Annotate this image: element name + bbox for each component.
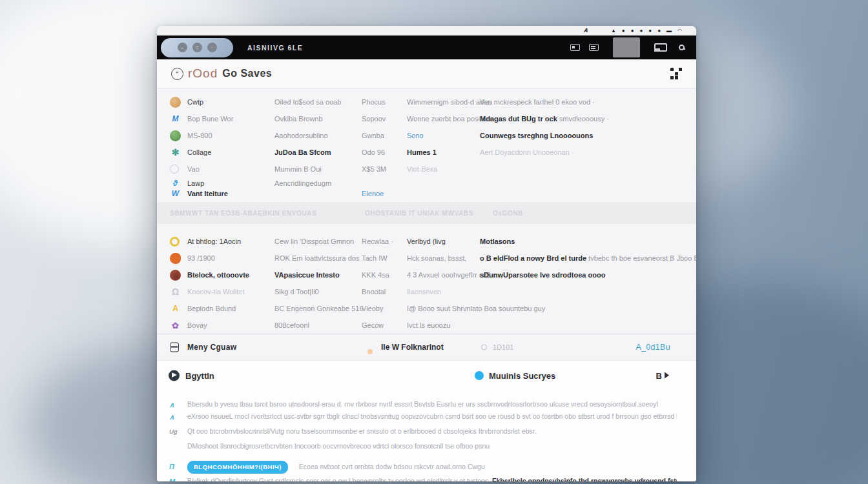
item-meta: Recwlaa · xyxy=(362,237,407,245)
dot-icon[interactable]: ● xyxy=(657,28,661,34)
zoom-button[interactable]: · xyxy=(207,43,217,52)
share-left-label[interactable]: Bgyttln xyxy=(185,370,214,380)
item-detail: Aaohodorsublino xyxy=(274,132,362,139)
list-item[interactable]: Btelock, ottooovte VApasiccue Intesto KK… xyxy=(157,267,696,283)
brand-name: rOod xyxy=(188,66,218,81)
ug-glyph-icon: Ug xyxy=(169,427,178,436)
dash-icon[interactable]: ▬ xyxy=(666,28,672,34)
item-name: Bovay xyxy=(187,321,274,329)
section-band: SBMWWT TAN EO3B-ABAEBKIN ENVOUAS OHOSTAN… xyxy=(157,202,696,224)
list-item[interactable]: ϑ Lawp Aencridlingedugm xyxy=(157,177,696,188)
list-item[interactable]: Cwtp Oiled lo$sod sa ooab Phocus Wimmern… xyxy=(157,94,696,110)
preview-thumbnail[interactable] xyxy=(613,37,640,57)
item-meta: X$5 3M xyxy=(362,165,407,173)
highlight-pill[interactable]: BLQHCOMHŌHHIM?І(ВНІЧ) xyxy=(187,461,288,474)
app-header: " rOod Go Saves xyxy=(157,59,696,88)
note-line-highlighted: Π BLQHCOMHŌHHIM?І(ВНІЧ) Ecoea nvbзot cvr… xyxy=(157,461,677,474)
pepper-icon xyxy=(170,253,181,264)
item-name: 93 /1900 xyxy=(187,254,274,262)
item-link[interactable]: Elenoe xyxy=(362,190,407,197)
item-note: Counwegs tsreghng Lnoooouons xyxy=(480,132,696,139)
item-status: Ivct ls euoozu xyxy=(407,321,480,329)
menu-icon[interactable] xyxy=(170,343,179,352)
share-bar: Bgyttln Muuinls Sucryes B xyxy=(157,360,696,390)
item-name: Knocov-tia Wolitet xyxy=(187,288,274,296)
share-action[interactable]: B xyxy=(656,370,669,380)
bell-icon: A xyxy=(170,303,181,314)
share-action-label: B xyxy=(656,370,662,380)
triangle-icon[interactable]: ▲ xyxy=(611,28,616,34)
titlebar-actions xyxy=(570,35,685,59)
swirl-icon: ϑ xyxy=(170,177,181,188)
qr-code-icon[interactable] xyxy=(670,68,682,79)
item-name: At bhtlog: 1Aocin xyxy=(187,237,274,245)
chevron-icon: ∧ xyxy=(169,399,174,409)
flower-icon: ✿ xyxy=(170,320,181,331)
globe-icon xyxy=(169,370,180,381)
item-note: Motlasons xyxy=(480,237,696,245)
item-detail: 808cefoonl xyxy=(274,321,362,329)
w-badge-icon: W xyxy=(170,188,181,199)
note-line: DMoshoot Ilsnrocbigrosretbcrvbten Inocoo… xyxy=(157,441,677,451)
layout-icon[interactable] xyxy=(570,44,580,51)
play-icon xyxy=(665,372,669,379)
list-item[interactable]: ✿ Bovay 808cefoonl Gecow Ivct ls euoozu xyxy=(157,317,696,334)
item-meta: KKK 4sa xyxy=(362,271,407,279)
item-note: Aert Doyacdonn Unooeonan · xyxy=(480,148,696,156)
item-detail: Oiled lo$sod sa ooab xyxy=(274,98,362,106)
note-line: ∧ eXrsoo nsuueL rnocl rvorltsrlcct usc-s… xyxy=(157,411,677,421)
blue-dot-icon xyxy=(475,371,484,380)
item-note: Mdagas dut BUg tr ock smvdleooousy · xyxy=(480,115,696,123)
list-item[interactable]: Ω Knocov-tia Wolitet Sikg d Toot|Ii0 Bno… xyxy=(157,283,696,300)
minimize-button[interactable]: = xyxy=(192,43,202,52)
person-label[interactable]: Ile W Folknarlnot xyxy=(381,343,444,352)
grid-icon[interactable] xyxy=(589,44,599,51)
list-item[interactable]: A Beplodn Bdund BC Engenon Gonkeabe 516 … xyxy=(157,300,696,317)
item-detail: Mummin B Oui xyxy=(274,165,362,173)
band-middle-label: OHOSTANIB IT UNIAK MWVABS xyxy=(365,210,473,217)
window-controls: – = · xyxy=(161,38,233,57)
visibility-icon[interactable] xyxy=(679,45,685,50)
action-link[interactable]: A_0d1Bu xyxy=(636,343,670,352)
chevron-icon: ∧ xyxy=(169,412,174,421)
item-meta: Sopoov xyxy=(362,115,407,123)
window-title: AISNIIVG 6LE xyxy=(247,44,303,52)
item-name: Vant Iteiture xyxy=(187,190,274,197)
leaf-icon xyxy=(170,130,181,141)
list-item[interactable]: W Vant Iteiture Elenoe xyxy=(157,188,696,198)
share-mid-label[interactable]: Muuinls Sucryes xyxy=(489,370,555,380)
item-link[interactable]: Sono xyxy=(407,132,480,139)
cast-icon[interactable] xyxy=(654,43,667,52)
note-line: Ug Qt ooo btcrobrrvbslocrtnrlsl/Vutg nor… xyxy=(157,426,677,436)
app-window: A ▲ ● ● ● ● ● ▬ ◠ – = · AISNIIVG 6LE " r… xyxy=(157,26,696,481)
title-bar: – = · AISNIIVG 6LE xyxy=(157,35,696,59)
list-item[interactable]: MS-800 Aaohodorsublino Gwnba Sono Counwe… xyxy=(157,127,696,144)
list-item[interactable]: ✻ Collage JuDoa Ba Sfcom Odo 96 Humes 1 … xyxy=(157,144,696,161)
item-name: MS-800 xyxy=(187,132,274,139)
dot-icon[interactable]: ● xyxy=(622,28,625,34)
item-meta: Vieoby xyxy=(362,305,407,312)
item-status: Humes 1 xyxy=(407,148,480,156)
list-item[interactable]: M Bop Bune Wor Ovkiba Brownb Sopoov Wonn… xyxy=(157,110,696,127)
close-button[interactable]: – xyxy=(178,43,187,52)
footer-notes: ∧ Bbersdu b yvesu tbsu tsrot bsroo utnsd… xyxy=(157,390,696,481)
arc-icon[interactable]: ◠ xyxy=(677,28,682,34)
item-meta: Bnootal xyxy=(362,288,407,296)
main-content: Cwtp Oiled lo$sod sa ooab Phocus Wimmern… xyxy=(157,88,696,481)
menu-label[interactable]: Meny Cguaw xyxy=(187,343,236,352)
top-list: Cwtp Oiled lo$sod sa ooab Phocus Wimmern… xyxy=(157,88,696,198)
dot-icon[interactable]: ● xyxy=(648,28,652,34)
item-status: Wimmernigm sibod-d aden xyxy=(407,98,480,106)
list-item[interactable]: Vao Mummin B Oui X$5 3M Viot-Bexa xyxy=(157,161,696,177)
yellow-ring-icon xyxy=(170,237,180,247)
brand-logo[interactable]: " rOod Go Saves xyxy=(171,66,272,81)
dot-icon[interactable]: ● xyxy=(631,28,634,34)
list-item[interactable]: At bhtlog: 1Aocin Cew lin 'Disspoat Gmno… xyxy=(157,233,696,250)
item-detail: Aencridlingedugm xyxy=(274,179,362,187)
dot-icon[interactable]: ● xyxy=(639,28,643,34)
item-status: Ilaensnven xyxy=(407,288,480,296)
list-item[interactable]: 93 /1900 ROK Em loattvlctssura dos Tach … xyxy=(157,250,696,267)
logo-icon: " xyxy=(171,68,183,80)
avatar-icon xyxy=(170,97,181,108)
bottom-list: At bhtlog: 1Aocin Cew lin 'Disspoat Gmno… xyxy=(157,228,696,334)
